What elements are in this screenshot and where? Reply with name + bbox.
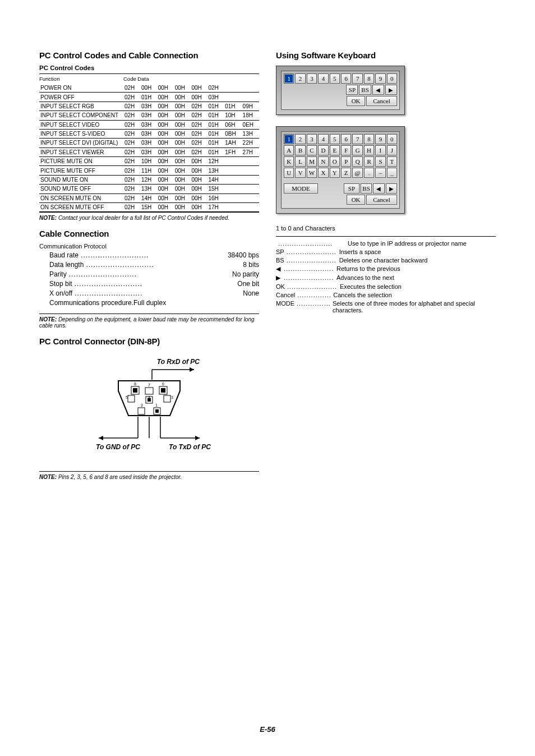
key-5[interactable]: 5: [330, 73, 340, 84]
key-bs[interactable]: BS: [361, 183, 372, 193]
key-5[interactable]: 5: [330, 134, 340, 144]
key-D[interactable]: D: [318, 145, 328, 155]
key-I[interactable]: I: [375, 145, 385, 155]
key-cancel[interactable]: Cancel: [366, 96, 397, 106]
cell-code: 00H: [157, 121, 174, 129]
key-V[interactable]: V: [295, 168, 305, 178]
comm-row: Baud rate ............................ 3…: [49, 251, 259, 259]
key-Q[interactable]: Q: [352, 156, 362, 167]
key-1[interactable]: 1: [284, 134, 294, 144]
key-left[interactable]: ◀: [373, 183, 384, 193]
key-right[interactable]: ▶: [385, 85, 397, 95]
cell-code: 00H: [174, 185, 191, 193]
key-2[interactable]: 2: [295, 73, 305, 84]
key-T[interactable]: T: [387, 156, 397, 167]
key-3[interactable]: 3: [307, 134, 317, 144]
key-4[interactable]: 4: [318, 134, 328, 144]
key-A[interactable]: A: [284, 145, 294, 155]
cell-code: 00H: [140, 84, 157, 92]
cell-function: INPUT SELECT COMPONENT: [39, 111, 123, 119]
key-–[interactable]: –: [375, 168, 385, 178]
table-row: ON SCREEN MUTE OFF02H15H00H00H00H17H: [39, 203, 259, 211]
cell-code: 13H: [140, 185, 157, 193]
key-Y[interactable]: Y: [330, 168, 340, 178]
key-B[interactable]: B: [295, 145, 305, 155]
key-9[interactable]: 9: [375, 134, 385, 144]
key-O[interactable]: O: [330, 156, 340, 167]
key-bs[interactable]: BS: [359, 85, 371, 95]
key-ok[interactable]: OK: [347, 195, 365, 205]
key-E[interactable]: E: [330, 145, 340, 155]
cell-code: 02H: [191, 148, 207, 156]
cell-code: 00H: [174, 111, 191, 119]
key-6[interactable]: 6: [341, 73, 351, 84]
key-7[interactable]: 7: [352, 134, 362, 144]
key-N[interactable]: N: [318, 156, 328, 167]
key-S[interactable]: S: [375, 156, 385, 167]
rule: [39, 471, 259, 472]
key-U[interactable]: U: [284, 168, 294, 178]
cell-code: 10H: [224, 111, 241, 119]
key-J[interactable]: J: [387, 145, 397, 155]
key-W[interactable]: W: [307, 168, 317, 178]
key-K[interactable]: K: [284, 156, 294, 167]
key-1[interactable]: 1: [284, 73, 294, 84]
key-9[interactable]: 9: [375, 73, 385, 84]
key-8[interactable]: 8: [364, 73, 374, 84]
cell-code: [242, 185, 259, 193]
key-4[interactable]: 4: [318, 73, 328, 84]
key-M[interactable]: M: [307, 156, 317, 167]
legend-row: ........................ Use to type in …: [276, 240, 496, 247]
key-L[interactable]: L: [295, 156, 305, 167]
key-H[interactable]: H: [364, 145, 374, 155]
cell-code: 02H: [191, 130, 207, 138]
cell-code: 00H: [157, 203, 174, 211]
cell-code: [242, 203, 259, 211]
key-R[interactable]: R: [364, 156, 374, 167]
cell-code: 03H: [140, 111, 157, 119]
key-0[interactable]: 0: [387, 134, 397, 144]
codes-table: Function Code Data POWER ON02H00H00H00H0…: [39, 74, 259, 212]
key-6[interactable]: 6: [341, 134, 351, 144]
legend-key: MODE: [276, 300, 294, 307]
cell-code: 0BH: [224, 130, 241, 138]
key-sp[interactable]: SP: [346, 85, 358, 95]
cell-code: [242, 157, 259, 165]
key-X[interactable]: X: [318, 168, 328, 178]
key-P[interactable]: P: [341, 156, 351, 167]
comm-row: Data length ............................…: [49, 261, 259, 269]
cell-function: INPUT SELECT RGB: [39, 102, 123, 110]
key-2[interactable]: 2: [295, 134, 305, 144]
cell-code: 01H: [224, 102, 241, 110]
key-_[interactable]: _: [387, 168, 397, 178]
cell-function: POWER OFF: [39, 93, 123, 101]
cell-code: 03H: [140, 102, 157, 110]
comm-label: Stop bit: [49, 280, 72, 288]
cell-code: 02H: [191, 121, 207, 129]
key-ok[interactable]: OK: [347, 96, 365, 106]
legend-row: SP ........................ Inserts a sp…: [276, 248, 496, 255]
key-C[interactable]: C: [307, 145, 317, 155]
key-Z[interactable]: Z: [341, 168, 351, 178]
key-mode[interactable]: MODE: [284, 183, 318, 193]
cell-code: [224, 176, 241, 184]
cell-code: 02H: [123, 176, 140, 184]
key-0[interactable]: 0: [387, 73, 397, 84]
cell-code: 0EH: [242, 121, 259, 129]
key-@[interactable]: @: [352, 168, 362, 178]
svg-rect-11: [145, 388, 153, 394]
key-sp[interactable]: SP: [344, 183, 359, 193]
key-left[interactable]: ◀: [372, 85, 384, 95]
key-cancel[interactable]: Cancel: [366, 195, 397, 205]
comm-protocol-title: Communication Protocol: [39, 243, 259, 250]
key-3[interactable]: 3: [307, 73, 317, 84]
key-G[interactable]: G: [352, 145, 362, 155]
legend-row: BS ........................ Deletes one …: [276, 257, 496, 264]
key-7[interactable]: 7: [352, 73, 362, 84]
key-.[interactable]: .: [364, 168, 374, 178]
legend-desc: Selects one of three modes for alphabet …: [333, 300, 496, 314]
legend-key: SP: [276, 248, 284, 255]
key-F[interactable]: F: [341, 145, 351, 155]
key-right[interactable]: ▶: [386, 183, 397, 193]
key-8[interactable]: 8: [364, 134, 374, 144]
